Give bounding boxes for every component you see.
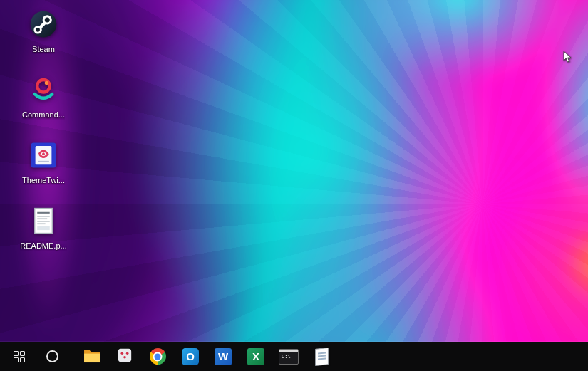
desktop-icon-themetwister[interactable]: ThemeTwi... bbox=[13, 140, 74, 185]
notepad-icon bbox=[315, 347, 329, 365]
taskbar-notepad[interactable] bbox=[305, 342, 338, 371]
desktop-icon-label: Steam bbox=[32, 45, 55, 54]
taskbar-excel[interactable]: X bbox=[239, 342, 272, 371]
steam-icon bbox=[28, 9, 59, 40]
taskbar-outlook[interactable]: O bbox=[174, 342, 207, 371]
taskbar-file-explorer[interactable] bbox=[76, 342, 108, 371]
command-center-icon bbox=[28, 74, 59, 105]
taskbar-command-center[interactable] bbox=[108, 342, 141, 371]
excel-icon: X bbox=[247, 348, 264, 365]
outlook-icon: O bbox=[182, 348, 199, 365]
command-prompt-icon: C:\ bbox=[279, 349, 299, 365]
document-icon bbox=[28, 205, 59, 236]
command-center-icon bbox=[117, 348, 133, 365]
start-icon bbox=[14, 351, 25, 362]
search-icon bbox=[46, 350, 58, 362]
wallpaper bbox=[0, 0, 588, 371]
desktop-icon-label: ThemeTwi... bbox=[22, 176, 65, 185]
desktop: Steam Command... ThemeTwi... bbox=[0, 0, 588, 371]
desktop-icon-label: Command... bbox=[22, 110, 65, 120]
desktop-icon-label: README.p... bbox=[20, 241, 66, 251]
start-button[interactable] bbox=[3, 342, 36, 371]
file-explorer-icon bbox=[83, 348, 101, 365]
taskbar-word[interactable]: W bbox=[207, 342, 239, 371]
word-icon: W bbox=[215, 348, 232, 365]
desktop-icon-readme[interactable]: README.p... bbox=[13, 205, 74, 251]
chrome-icon bbox=[150, 348, 166, 365]
taskbar-command-prompt[interactable]: C:\ bbox=[272, 342, 305, 371]
desktop-icon-command-center[interactable]: Command... bbox=[13, 74, 74, 120]
desktop-icon-steam[interactable]: Steam bbox=[13, 9, 74, 54]
search-button[interactable] bbox=[36, 342, 68, 371]
command-prompt-glyph: C:\ bbox=[282, 354, 291, 360]
themetwister-icon bbox=[28, 140, 59, 171]
taskbar: O W X C:\ bbox=[0, 342, 588, 371]
taskbar-chrome[interactable] bbox=[141, 342, 174, 371]
